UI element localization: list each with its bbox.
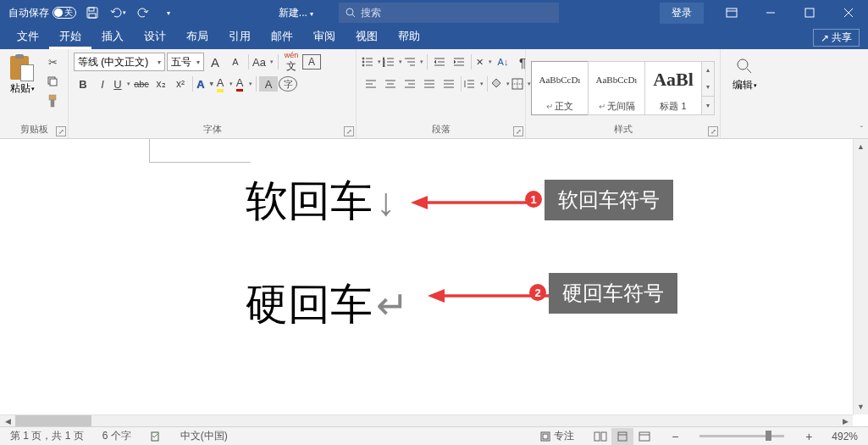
qat-customize-icon[interactable]: ▾ [159,3,178,22]
tab-file[interactable]: 文件 [7,24,49,49]
style-heading1[interactable]: AaBl 标题 1 [644,61,702,115]
align-distribute-icon[interactable] [440,75,458,93]
undo-icon[interactable]: ▾ [108,3,127,22]
style-nospacing[interactable]: AaBbCcDı ↵无间隔 [588,61,645,115]
italic-button[interactable]: I [93,75,112,93]
scroll-up-icon[interactable]: ▲ [854,139,868,154]
indent-icon[interactable] [450,53,468,71]
align-left-icon[interactable] [362,75,380,93]
copy-icon[interactable] [42,72,63,91]
format-painter-icon[interactable] [42,92,63,110]
phonetic-guide-icon[interactable]: wén文 [282,53,301,71]
paste-icon [10,54,34,81]
multilevel-icon[interactable]: ▾ [404,53,424,71]
text-direction-icon[interactable]: ✕▾ [474,53,493,71]
status-wordcount[interactable]: 6 个字 [99,429,135,443]
scroll-down-icon[interactable]: ▼ [854,399,868,414]
shading-icon[interactable]: ▾ [490,75,511,93]
line-spacing-icon[interactable]: ▾ [464,75,484,93]
outdent-icon[interactable] [430,53,449,71]
view-web-icon[interactable] [633,428,655,445]
enclosed-char-icon[interactable]: 字 [279,76,297,92]
zoom-slider[interactable] [699,435,784,437]
font-launcher[interactable]: ⤢ [344,126,354,136]
find-button[interactable]: 编辑▾ [726,53,763,92]
scroll-right-icon[interactable]: ▶ [838,415,853,426]
zoom-in-button[interactable]: + [801,430,816,443]
status-page[interactable]: 第 1 页，共 1 页 [7,429,87,443]
ribbon: 粘贴▾ ✂ 剪贴板 ⤢ 等线 (中文正文)▾ 五号▾ A A Aa▾ [0,49,868,139]
autosave-toggle[interactable]: 自动保存 关 [8,6,76,20]
tab-mail[interactable]: 邮件 [261,24,303,49]
group-font-label: 字体 [74,123,351,138]
svg-rect-71 [639,432,650,441]
tab-references[interactable]: 引用 [218,24,261,49]
font-size-combo[interactable]: 五号▾ [167,53,204,71]
tab-help[interactable]: 帮助 [388,24,430,49]
strikethrough-button[interactable]: abc [132,75,151,93]
page-corner [149,139,251,163]
ribbon-tabs: 文件 开始 插入 设计 布局 引用 邮件 审阅 视图 帮助 ↗共享 [0,25,868,49]
paragraph-launcher[interactable]: ⤢ [513,126,523,136]
numbering-icon[interactable]: 123▾ [383,53,403,71]
subscript-button[interactable]: x₂ [152,75,170,93]
zoom-out-button[interactable]: − [667,430,683,443]
hscroll-thumb[interactable] [15,415,91,426]
vertical-scrollbar[interactable]: ▲ ▼ [853,139,868,414]
font-color-icon[interactable]: A▾ [235,75,253,93]
clipboard-launcher[interactable]: ⤢ [56,126,66,136]
share-button[interactable]: ↗共享 [813,29,860,47]
scroll-left-icon[interactable]: ◀ [0,415,15,426]
styles-launcher[interactable]: ⤢ [708,126,718,136]
bullets-icon[interactable]: ▾ [362,53,382,71]
autosave-label: 自动保存 [8,6,49,20]
tab-layout[interactable]: 布局 [176,24,218,49]
ribbon-display-icon[interactable] [712,0,751,25]
tab-insert[interactable]: 插入 [91,24,134,49]
status-focus[interactable]: 专注 [537,429,578,443]
search-box[interactable]: 搜索 [339,3,559,23]
save-icon[interactable] [83,3,102,22]
tab-view[interactable]: 视图 [346,24,388,49]
underline-button[interactable]: U▾ [113,75,131,93]
zoom-level[interactable]: 492% [828,431,861,442]
group-styles-label: 样式 [531,123,715,138]
char-shading-icon[interactable]: A [259,76,278,92]
char-border-icon[interactable]: A [302,54,321,70]
annotation-callout-2: 硬回车符号 [549,273,677,314]
font-name-combo[interactable]: 等线 (中文正文)▾ [74,53,165,71]
doc-line-2: 硬回车 ↵ [246,276,409,333]
shrink-font-icon[interactable]: A [226,53,245,71]
bold-button[interactable]: B [74,75,92,93]
view-print-icon[interactable] [611,428,633,445]
tab-home[interactable]: 开始 [49,24,91,49]
login-button[interactable]: 登录 [660,3,704,24]
align-justify-icon[interactable] [420,75,439,93]
sort-icon[interactable]: A↓ [494,53,512,71]
document-title[interactable]: 新建... ▾ [279,6,313,20]
superscript-button[interactable]: x² [171,75,190,93]
svg-rect-12 [50,79,57,86]
align-center-icon[interactable] [381,75,400,93]
redo-icon[interactable] [134,3,152,22]
cut-icon[interactable]: ✂ [42,53,63,71]
status-language[interactable]: 中文(中国) [177,429,231,443]
styles-more[interactable]: ▴▾▾ [701,61,715,115]
change-case-icon[interactable]: Aa▾ [252,53,274,71]
horizontal-scrollbar[interactable]: ◀ ▶ [0,414,853,426]
style-normal[interactable]: AaBbCcDı ↵正文 [531,61,589,115]
close-icon[interactable] [829,0,868,25]
minimize-icon[interactable] [751,0,790,25]
grow-font-icon[interactable]: A [206,53,224,71]
tab-review[interactable]: 审阅 [303,24,346,49]
collapse-ribbon-icon[interactable]: ˇ [860,125,863,135]
paste-button[interactable]: 粘贴▾ [5,53,39,97]
view-read-icon[interactable] [589,428,611,445]
document-area[interactable]: 软回车 ↓ 硬回车 ↵ 1 软回车符号 2 硬回车符号 [0,139,853,414]
tab-design[interactable]: 设计 [134,24,176,49]
text-effect-icon[interactable]: A▾ [196,75,214,93]
align-right-icon[interactable] [401,75,419,93]
maximize-icon[interactable] [790,0,829,25]
highlight-icon[interactable]: A▾ [215,75,234,93]
status-proofing-icon[interactable] [147,431,165,442]
